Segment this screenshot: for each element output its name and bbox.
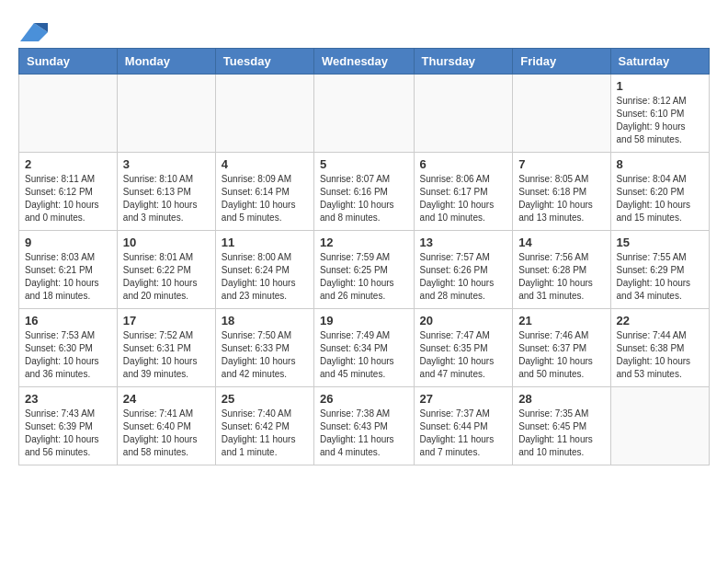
day-number: 9 [25,236,111,249]
day-cell: 28Sunrise: 7:35 AM Sunset: 6:45 PM Dayli… [513,387,610,465]
day-info: Sunrise: 7:50 AM Sunset: 6:33 PM Dayligh… [222,329,308,381]
day-number: 20 [420,314,507,327]
day-cell [314,75,415,153]
week-row-4: 16Sunrise: 7:53 AM Sunset: 6:30 PM Dayli… [19,309,710,387]
day-info: Sunrise: 7:35 AM Sunset: 6:45 PM Dayligh… [518,408,604,459]
calendar-header-friday: Friday [513,49,610,75]
day-info: Sunrise: 7:52 AM Sunset: 6:31 PM Dayligh… [123,329,210,381]
day-cell [610,387,709,465]
day-cell: 20Sunrise: 7:47 AM Sunset: 6:35 PM Dayli… [414,309,513,387]
day-number: 1 [617,79,703,93]
day-cell: 4Sunrise: 8:09 AM Sunset: 6:14 PM Daylig… [215,153,313,231]
day-number: 18 [222,314,308,327]
day-info: Sunrise: 8:10 AM Sunset: 6:13 PM Dayligh… [123,173,210,224]
day-cell [414,75,513,153]
day-number: 27 [420,392,507,406]
day-info: Sunrise: 8:09 AM Sunset: 6:14 PM Dayligh… [222,173,308,224]
week-row-3: 9Sunrise: 8:03 AM Sunset: 6:21 PM Daylig… [19,231,710,309]
day-info: Sunrise: 7:53 AM Sunset: 6:30 PM Dayligh… [25,329,111,381]
day-info: Sunrise: 8:00 AM Sunset: 6:24 PM Dayligh… [222,251,308,303]
day-number: 16 [25,314,111,327]
day-number: 3 [123,157,210,171]
day-number: 28 [518,392,604,406]
day-info: Sunrise: 8:03 AM Sunset: 6:21 PM Dayligh… [25,251,111,303]
day-number: 19 [320,314,408,327]
day-cell: 22Sunrise: 7:44 AM Sunset: 6:38 PM Dayli… [610,309,709,387]
day-number: 22 [617,314,703,327]
day-info: Sunrise: 7:57 AM Sunset: 6:26 PM Dayligh… [420,251,507,303]
day-info: Sunrise: 7:44 AM Sunset: 6:38 PM Dayligh… [617,329,703,381]
day-cell: 15Sunrise: 7:55 AM Sunset: 6:29 PM Dayli… [610,231,709,309]
day-number: 13 [420,236,507,249]
day-number: 17 [123,314,210,327]
page-header [18,18,710,39]
day-cell: 6Sunrise: 8:06 AM Sunset: 6:17 PM Daylig… [414,153,513,231]
calendar-header-tuesday: Tuesday [215,49,313,75]
logo [18,18,48,39]
day-cell: 23Sunrise: 7:43 AM Sunset: 6:39 PM Dayli… [19,387,118,465]
calendar-header-monday: Monday [117,49,215,75]
day-number: 10 [123,236,210,249]
day-info: Sunrise: 7:41 AM Sunset: 6:40 PM Dayligh… [123,408,210,459]
day-number: 25 [222,392,308,406]
day-number: 23 [25,392,111,406]
day-cell [513,75,610,153]
day-info: Sunrise: 8:05 AM Sunset: 6:18 PM Dayligh… [518,173,604,224]
calendar-table: SundayMondayTuesdayWednesdayThursdayFrid… [18,48,710,465]
day-number: 6 [420,157,507,171]
day-cell: 14Sunrise: 7:56 AM Sunset: 6:28 PM Dayli… [513,231,610,309]
day-cell: 10Sunrise: 8:01 AM Sunset: 6:22 PM Dayli… [117,231,215,309]
logo-icon [20,18,48,46]
day-cell: 8Sunrise: 8:04 AM Sunset: 6:20 PM Daylig… [610,153,709,231]
day-cell: 11Sunrise: 8:00 AM Sunset: 6:24 PM Dayli… [215,231,313,309]
day-number: 11 [222,236,308,249]
day-info: Sunrise: 7:46 AM Sunset: 6:37 PM Dayligh… [518,329,604,381]
day-number: 8 [617,157,703,171]
day-number: 21 [518,314,604,327]
day-cell [215,75,313,153]
day-number: 14 [518,236,604,249]
calendar-header-thursday: Thursday [414,49,513,75]
day-info: Sunrise: 8:11 AM Sunset: 6:12 PM Dayligh… [25,173,111,224]
day-info: Sunrise: 7:49 AM Sunset: 6:34 PM Dayligh… [320,329,408,381]
day-number: 24 [123,392,210,406]
day-cell: 19Sunrise: 7:49 AM Sunset: 6:34 PM Dayli… [314,309,415,387]
day-cell: 7Sunrise: 8:05 AM Sunset: 6:18 PM Daylig… [513,153,610,231]
calendar-header-sunday: Sunday [19,49,118,75]
week-row-2: 2Sunrise: 8:11 AM Sunset: 6:12 PM Daylig… [19,153,710,231]
day-cell: 21Sunrise: 7:46 AM Sunset: 6:37 PM Dayli… [513,309,610,387]
day-info: Sunrise: 8:04 AM Sunset: 6:20 PM Dayligh… [617,173,703,224]
day-cell [19,75,118,153]
day-cell: 12Sunrise: 7:59 AM Sunset: 6:25 PM Dayli… [314,231,415,309]
day-info: Sunrise: 7:59 AM Sunset: 6:25 PM Dayligh… [320,251,408,303]
day-cell [117,75,215,153]
day-cell: 1Sunrise: 8:12 AM Sunset: 6:10 PM Daylig… [610,75,709,153]
day-cell: 3Sunrise: 8:10 AM Sunset: 6:13 PM Daylig… [117,153,215,231]
day-number: 5 [320,157,408,171]
day-cell: 16Sunrise: 7:53 AM Sunset: 6:30 PM Dayli… [19,309,118,387]
day-info: Sunrise: 8:06 AM Sunset: 6:17 PM Dayligh… [420,173,507,224]
day-info: Sunrise: 8:01 AM Sunset: 6:22 PM Dayligh… [123,251,210,303]
day-cell: 5Sunrise: 8:07 AM Sunset: 6:16 PM Daylig… [314,153,415,231]
day-number: 26 [320,392,408,406]
calendar-header-saturday: Saturday [610,49,709,75]
day-info: Sunrise: 8:12 AM Sunset: 6:10 PM Dayligh… [617,95,703,146]
day-info: Sunrise: 7:56 AM Sunset: 6:28 PM Dayligh… [518,251,604,303]
day-cell: 18Sunrise: 7:50 AM Sunset: 6:33 PM Dayli… [215,309,313,387]
day-number: 15 [617,236,703,249]
week-row-5: 23Sunrise: 7:43 AM Sunset: 6:39 PM Dayli… [19,387,710,465]
day-info: Sunrise: 7:43 AM Sunset: 6:39 PM Dayligh… [25,408,111,459]
day-number: 7 [518,157,604,171]
day-info: Sunrise: 7:47 AM Sunset: 6:35 PM Dayligh… [420,329,507,381]
day-number: 4 [222,157,308,171]
day-number: 2 [25,157,111,171]
week-row-1: 1Sunrise: 8:12 AM Sunset: 6:10 PM Daylig… [19,75,710,153]
day-cell: 27Sunrise: 7:37 AM Sunset: 6:44 PM Dayli… [414,387,513,465]
day-cell: 17Sunrise: 7:52 AM Sunset: 6:31 PM Dayli… [117,309,215,387]
calendar-header-wednesday: Wednesday [314,49,415,75]
day-info: Sunrise: 7:40 AM Sunset: 6:42 PM Dayligh… [222,408,308,459]
day-info: Sunrise: 8:07 AM Sunset: 6:16 PM Dayligh… [320,173,408,224]
day-info: Sunrise: 7:55 AM Sunset: 6:29 PM Dayligh… [617,251,703,303]
day-info: Sunrise: 7:37 AM Sunset: 6:44 PM Dayligh… [420,408,507,459]
day-cell: 9Sunrise: 8:03 AM Sunset: 6:21 PM Daylig… [19,231,118,309]
